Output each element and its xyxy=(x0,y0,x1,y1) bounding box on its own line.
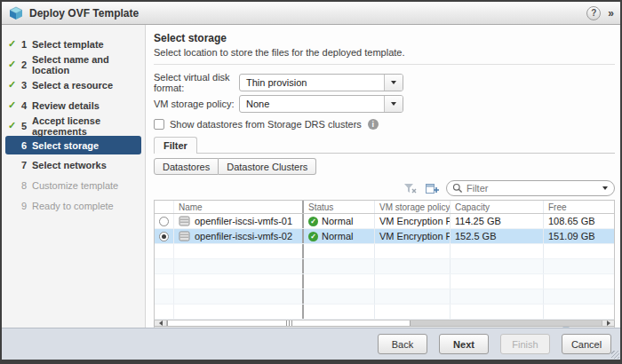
status-text: Normal xyxy=(322,216,353,226)
table-toolbar xyxy=(154,180,615,196)
search-icon xyxy=(452,183,463,194)
check-icon xyxy=(8,59,21,70)
capacity-cell: 152.5 GB xyxy=(451,229,544,243)
column-settings-icon[interactable] xyxy=(425,182,439,195)
collapse-dialog-button[interactable]: » xyxy=(608,7,613,20)
chevron-down-icon[interactable] xyxy=(384,75,403,91)
step-label: Accept license agreements xyxy=(32,115,141,137)
status-normal-icon xyxy=(308,232,318,241)
horizontal-scrollbar[interactable] xyxy=(154,320,615,327)
step-label: Select storage xyxy=(32,140,99,151)
chevron-down-icon[interactable] xyxy=(384,96,403,112)
vm-storage-policy-cell: VM Encryption Po... xyxy=(375,229,451,243)
step-label: Select name and location xyxy=(32,54,141,75)
grip-dots-icon xyxy=(286,320,292,326)
column-header-free[interactable]: Free xyxy=(544,201,614,213)
step-review-details[interactable]: 4 Review details xyxy=(2,95,145,115)
step-select-name-location[interactable]: 2 Select name and location xyxy=(2,54,145,75)
storage-policy-value: None xyxy=(240,99,384,109)
table-header: Name Status VM storage policy Capacity F… xyxy=(155,201,614,214)
scroll-left-arrow[interactable] xyxy=(155,320,167,326)
check-icon xyxy=(8,79,21,91)
chevron-down-icon[interactable] xyxy=(602,186,608,190)
step-label: Select networks xyxy=(32,160,107,170)
vm-storage-policy-cell: VM Encryption Po... xyxy=(375,214,451,228)
info-icon[interactable] xyxy=(368,119,379,130)
radio-datastore-1[interactable] xyxy=(159,217,169,226)
deploy-ovf-template-dialog: Deploy OVF Template ? » 1 Select templat… xyxy=(0,0,622,364)
tab-strip: Filter xyxy=(154,137,615,154)
step-select-storage-current[interactable]: 6 Select storage xyxy=(5,136,141,154)
datastore-table: Name Status VM storage policy Capacity F… xyxy=(154,200,615,320)
cancel-button[interactable]: Cancel xyxy=(562,334,611,354)
radio-datastore-2[interactable] xyxy=(159,232,169,241)
check-icon xyxy=(8,38,21,50)
disk-format-select[interactable]: Thin provision xyxy=(239,74,403,91)
show-drs-clusters-checkbox[interactable] xyxy=(154,119,164,130)
table-row-empty xyxy=(155,244,614,259)
table-row-empty xyxy=(155,289,614,305)
step-accept-license[interactable]: 5 Accept license agreements xyxy=(2,115,145,136)
divider xyxy=(154,64,615,65)
datastore-name: openfiler-iscsi-vmfs-01 xyxy=(195,216,292,226)
step-customize-template: 8 Customize template xyxy=(2,175,145,195)
step-select-resource[interactable]: 3 Select a resource xyxy=(2,75,145,95)
filter-search-input[interactable] xyxy=(466,183,599,194)
scrollbar-track[interactable] xyxy=(411,320,602,326)
step-label: Customize template xyxy=(32,180,118,191)
drs-clusters-row: Show datastores from Storage DRS cluster… xyxy=(154,119,615,130)
free-cell: 108.65 GB xyxy=(544,216,614,226)
help-button[interactable]: ? xyxy=(586,6,601,20)
tab-filter[interactable]: Filter xyxy=(154,137,197,154)
scroll-right-arrow[interactable] xyxy=(602,320,614,326)
table-row-empty xyxy=(155,259,614,274)
column-header-name[interactable]: Name xyxy=(174,201,304,213)
disk-format-label: Select virtual disk format: xyxy=(154,72,239,93)
filter-search-box[interactable] xyxy=(446,180,615,196)
dialog-button-bar: Back Next Finish Cancel xyxy=(2,328,620,360)
datastore-type-toggle: Datastores Datastore Clusters xyxy=(154,158,615,175)
free-cell: 151.09 GB xyxy=(544,231,614,241)
step-select-template[interactable]: 1 Select template xyxy=(2,34,145,54)
table-row-empty xyxy=(155,305,614,320)
page-subtitle: Select location to store the files for t… xyxy=(154,47,615,58)
step-label: Select a resource xyxy=(32,80,113,91)
clear-filter-icon[interactable] xyxy=(403,182,418,195)
dialog-body: 1 Select template 2 Select name and loca… xyxy=(2,25,620,328)
resize-grip[interactable] xyxy=(611,351,619,359)
datastore-icon xyxy=(179,231,190,241)
step-label: Select template xyxy=(32,39,104,50)
check-icon xyxy=(8,120,21,131)
wizard-steps-sidebar: 1 Select template 2 Select name and loca… xyxy=(2,25,146,328)
table-row-empty xyxy=(155,274,614,289)
storage-policy-row: VM storage policy: None xyxy=(154,95,615,113)
check-icon xyxy=(8,99,21,111)
table-row-datastore-1[interactable]: openfiler-iscsi-vmfs-01 Normal VM Encryp… xyxy=(155,214,614,229)
scrollbar-thumb[interactable] xyxy=(167,320,411,326)
column-header-policy[interactable]: VM storage policy xyxy=(375,201,451,213)
finish-button[interactable]: Finish xyxy=(500,334,550,354)
ovf-package-icon xyxy=(9,6,23,20)
datastore-name: openfiler-iscsi-vmfs-02 xyxy=(195,231,292,241)
column-header-capacity[interactable]: Capacity xyxy=(451,201,544,213)
storage-policy-select[interactable]: None xyxy=(239,95,403,113)
titlebar: Deploy OVF Template ? » xyxy=(2,2,620,25)
storage-policy-label: VM storage policy: xyxy=(154,99,239,109)
status-text: Normal xyxy=(322,231,353,241)
capacity-cell: 114.25 GB xyxy=(451,214,544,228)
next-button[interactable]: Next xyxy=(439,334,489,354)
column-header-status[interactable]: Status xyxy=(304,201,375,213)
datastores-button[interactable]: Datastores xyxy=(154,158,219,175)
table-row-datastore-2[interactable]: openfiler-iscsi-vmfs-02 Normal VM Encryp… xyxy=(155,229,614,244)
datastore-clusters-button[interactable]: Datastore Clusters xyxy=(219,158,316,175)
step-ready-to-complete: 9 Ready to complete xyxy=(2,195,145,216)
step-select-networks[interactable]: 7 Select networks xyxy=(2,154,145,175)
disk-format-row: Select virtual disk format: Thin provisi… xyxy=(154,73,615,91)
page-title: Select storage xyxy=(154,32,615,44)
back-button[interactable]: Back xyxy=(378,334,427,354)
step-label: Review details xyxy=(32,100,100,111)
step-content-panel: Select storage Select location to store … xyxy=(146,25,620,328)
radio-column-header xyxy=(155,201,174,213)
status-normal-icon xyxy=(308,217,318,226)
disk-format-value: Thin provision xyxy=(240,77,384,88)
